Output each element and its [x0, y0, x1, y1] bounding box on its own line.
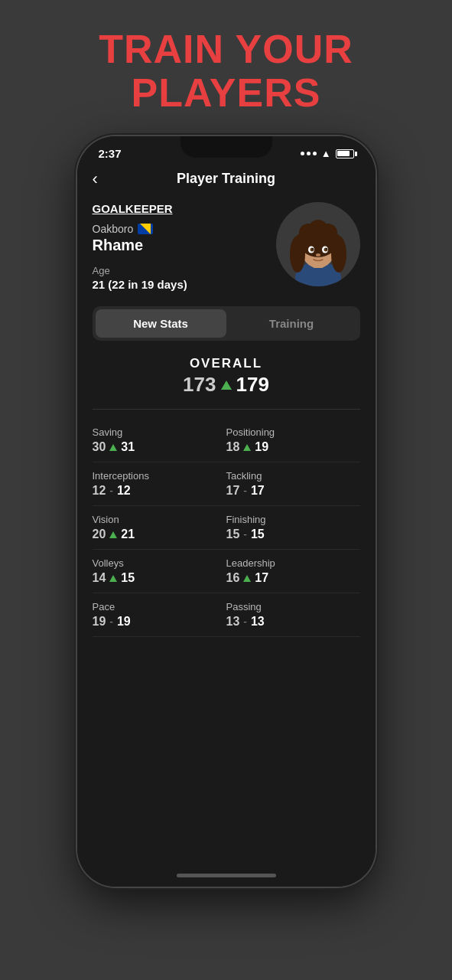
battery-fill: [337, 151, 350, 156]
stat-separator: -: [109, 616, 113, 628]
stat-new-value: 15: [121, 571, 135, 585]
stat-value-row: 15-15: [226, 528, 357, 541]
stat-old-value: 19: [93, 615, 106, 629]
stat-name: Interceptions: [93, 470, 223, 482]
flag-icon: [138, 224, 153, 234]
player-info: GOALKEEPER Oakboro Rhame Age 21 (22 in 1…: [93, 202, 276, 291]
stat-item-pace: Pace19-19: [93, 593, 226, 637]
wifi-icon: ▲: [321, 148, 331, 159]
stat-name: Vision: [93, 514, 223, 525]
club-name: Oakboro: [93, 223, 134, 235]
overall-arrow: [221, 381, 232, 390]
stat-old-value: 14: [93, 571, 106, 585]
stat-separator: -: [243, 528, 247, 541]
dot3: [313, 152, 317, 155]
player-section: GOALKEEPER Oakboro Rhame Age 21 (22 in 1…: [93, 202, 360, 291]
stat-arrow-icon: [109, 531, 117, 538]
stat-value-row: 3031: [93, 440, 223, 454]
age-value: 21 (22 in 19 days): [93, 278, 276, 291]
stat-value-row: 2021: [93, 528, 223, 541]
stat-old-value: 13: [226, 615, 240, 629]
stat-item-interceptions: Interceptions12-12: [93, 462, 226, 506]
stat-item-vision: Vision2021: [93, 506, 226, 550]
club-row: Oakboro: [93, 223, 276, 235]
stat-name: Passing: [226, 601, 357, 612]
svg-point-18: [316, 253, 320, 256]
stat-item-tackling: Tackling17-17: [226, 462, 360, 506]
phone-screen: 2:37 ▲ ‹ Player Training: [77, 136, 376, 887]
stats-divider: [93, 409, 360, 410]
stat-name: Leadership: [226, 557, 357, 569]
overall-new-value: 179: [236, 373, 269, 397]
overall-old-value: 173: [183, 373, 216, 397]
stat-new-value: 21: [121, 528, 135, 541]
stat-name: Tackling: [226, 470, 357, 482]
stat-separator: -: [243, 485, 247, 497]
stat-arrow-icon: [243, 575, 251, 582]
hero-title: TRAIN YOUR PLAYERS: [99, 28, 353, 115]
stat-name: Positioning: [226, 426, 357, 438]
stat-item-leadership: Leadership1617: [226, 550, 360, 593]
status-time: 2:37: [99, 147, 122, 160]
stat-value-row: 1415: [93, 571, 223, 585]
stat-old-value: 30: [93, 440, 106, 454]
svg-point-14: [310, 248, 314, 252]
stat-name: Pace: [93, 601, 223, 612]
stat-old-value: 18: [226, 440, 240, 454]
age-label: Age: [93, 265, 276, 276]
stat-old-value: 12: [93, 484, 106, 498]
home-bar: [177, 874, 276, 877]
stat-value-row: 17-17: [226, 484, 357, 498]
tab-new-stats[interactable]: New Stats: [96, 309, 226, 338]
stat-old-value: 15: [226, 528, 240, 541]
tab-training[interactable]: Training: [226, 309, 357, 338]
stat-name: Saving: [93, 426, 223, 438]
hero-line2: PLAYERS: [99, 71, 353, 115]
hero-line1: TRAIN YOUR: [99, 28, 353, 71]
stat-new-value: 13: [251, 615, 265, 629]
notch: [180, 136, 272, 158]
overall-label: OVERALL: [93, 356, 360, 371]
battery-icon: [336, 149, 354, 158]
stat-item-finishing: Finishing15-15: [226, 506, 360, 550]
stat-item-volleys: Volleys1415: [93, 550, 226, 593]
stat-old-value: 20: [93, 528, 106, 541]
svg-point-15: [324, 248, 327, 252]
stat-value-row: 1617: [226, 571, 357, 585]
stat-arrow-icon: [109, 575, 117, 582]
stat-name: Volleys: [93, 557, 223, 569]
stat-new-value: 17: [251, 484, 265, 498]
stat-value-row: 12-12: [93, 484, 223, 498]
avatar: [276, 202, 360, 286]
stat-new-value: 19: [255, 440, 268, 454]
content-area: GOALKEEPER Oakboro Rhame Age 21 (22 in 1…: [77, 194, 376, 864]
svg-point-11: [326, 233, 341, 248]
stat-item-positioning: Positioning1819: [226, 419, 360, 462]
stat-old-value: 16: [226, 571, 240, 585]
stat-old-value: 17: [226, 484, 240, 498]
stat-item-passing: Passing13-13: [226, 593, 360, 637]
stat-new-value: 31: [121, 440, 135, 454]
stat-arrow-icon: [243, 444, 251, 451]
overall-section: OVERALL 173 179: [93, 356, 360, 397]
stat-new-value: 12: [117, 484, 131, 498]
phone-frame: 2:37 ▲ ‹ Player Training: [77, 136, 376, 887]
back-button[interactable]: ‹: [93, 169, 98, 189]
nav-bar: ‹ Player Training: [77, 165, 376, 194]
stat-value-row: 1819: [226, 440, 357, 454]
dot2: [307, 152, 311, 155]
stat-arrow-icon: [109, 444, 117, 451]
stat-value-row: 19-19: [93, 615, 223, 629]
stat-value-row: 13-13: [226, 615, 357, 629]
overall-value-row: 173 179: [93, 373, 360, 397]
svg-point-17: [326, 248, 327, 250]
stat-separator: -: [109, 485, 113, 497]
home-indicator: [77, 864, 376, 887]
stat-name: Finishing: [226, 514, 357, 525]
player-name: Rhame: [93, 237, 276, 254]
tabs: New Stats Training: [93, 306, 360, 341]
svg-point-16: [312, 248, 314, 250]
avatar-svg: [276, 202, 360, 286]
dot1: [301, 152, 304, 155]
nav-title: Player Training: [177, 171, 275, 187]
